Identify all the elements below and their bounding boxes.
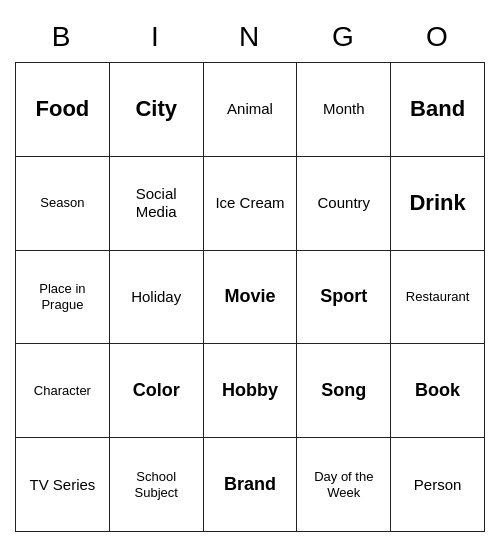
bingo-cell-1: City [110, 63, 204, 157]
bingo-cell-18: Song [297, 344, 391, 438]
bingo-cell-19: Book [391, 344, 485, 438]
cell-text-1: City [135, 96, 177, 122]
bingo-cell-4: Band [391, 63, 485, 157]
bingo-cell-6: Social Media [110, 157, 204, 251]
cell-text-21: School Subject [114, 469, 199, 500]
cell-text-11: Holiday [131, 288, 181, 306]
header-letter-n: N [203, 12, 297, 62]
bingo-board: BINGO FoodCityAnimalMonthBandSeasonSocia… [15, 12, 485, 532]
bingo-cell-11: Holiday [110, 251, 204, 345]
cell-text-12: Movie [224, 286, 275, 308]
bingo-cell-13: Sport [297, 251, 391, 345]
cell-text-8: Country [318, 194, 371, 212]
cell-text-9: Drink [409, 190, 465, 216]
bingo-cell-14: Restaurant [391, 251, 485, 345]
cell-text-16: Color [133, 380, 180, 402]
cell-text-23: Day of the Week [301, 469, 386, 500]
bingo-cell-21: School Subject [110, 438, 204, 532]
bingo-cell-12: Movie [204, 251, 298, 345]
bingo-cell-15: Character [16, 344, 110, 438]
cell-text-13: Sport [320, 286, 367, 308]
cell-text-5: Season [40, 195, 84, 211]
cell-text-20: TV Series [29, 476, 95, 494]
cell-text-24: Person [414, 476, 462, 494]
cell-text-2: Animal [227, 100, 273, 118]
header-letter-b: B [15, 12, 109, 62]
cell-text-14: Restaurant [406, 289, 470, 305]
cell-text-22: Brand [224, 474, 276, 496]
bingo-cell-16: Color [110, 344, 204, 438]
bingo-header: BINGO [15, 12, 485, 62]
cell-text-4: Band [410, 96, 465, 122]
cell-text-6: Social Media [114, 185, 199, 221]
cell-text-7: Ice Cream [215, 194, 284, 212]
bingo-cell-23: Day of the Week [297, 438, 391, 532]
bingo-cell-9: Drink [391, 157, 485, 251]
bingo-cell-2: Animal [204, 63, 298, 157]
header-letter-o: O [391, 12, 485, 62]
bingo-cell-22: Brand [204, 438, 298, 532]
header-letter-i: I [109, 12, 203, 62]
bingo-cell-3: Month [297, 63, 391, 157]
cell-text-18: Song [321, 380, 366, 402]
bingo-cell-20: TV Series [16, 438, 110, 532]
cell-text-3: Month [323, 100, 365, 118]
bingo-cell-5: Season [16, 157, 110, 251]
cell-text-17: Hobby [222, 380, 278, 402]
bingo-cell-7: Ice Cream [204, 157, 298, 251]
cell-text-15: Character [34, 383, 91, 399]
bingo-cell-10: Place in Prague [16, 251, 110, 345]
cell-text-10: Place in Prague [20, 281, 105, 312]
bingo-grid: FoodCityAnimalMonthBandSeasonSocial Medi… [15, 62, 485, 532]
bingo-cell-0: Food [16, 63, 110, 157]
cell-text-19: Book [415, 380, 460, 402]
bingo-cell-24: Person [391, 438, 485, 532]
bingo-cell-8: Country [297, 157, 391, 251]
header-letter-g: G [297, 12, 391, 62]
bingo-cell-17: Hobby [204, 344, 298, 438]
cell-text-0: Food [36, 96, 90, 122]
